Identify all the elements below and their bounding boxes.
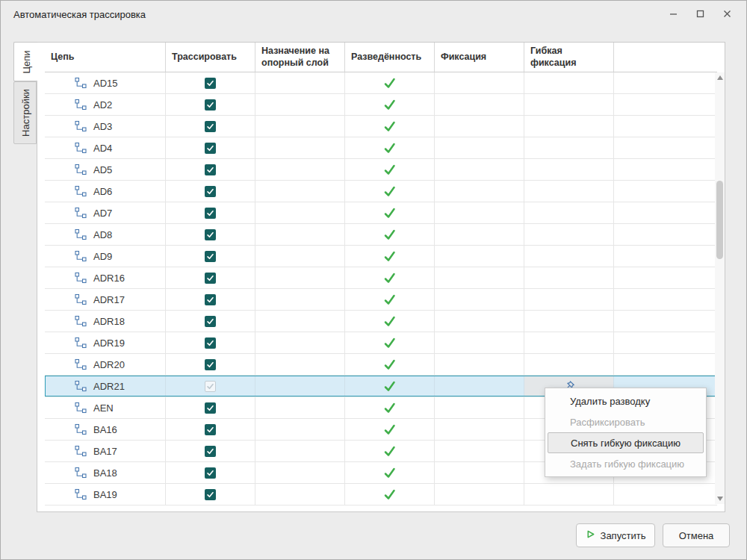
net-cell[interactable]: ADR17 <box>45 289 166 310</box>
column-header-routed[interactable]: Разведённость <box>345 43 435 72</box>
tab-nets[interactable]: Цепи <box>13 42 37 81</box>
route-cell[interactable] <box>166 289 255 310</box>
fixation-cell[interactable] <box>435 159 524 180</box>
routed-cell[interactable] <box>345 116 435 137</box>
column-header-flexible-fixation[interactable]: Гибкая фиксация <box>524 43 614 72</box>
menu-item-delete-routing[interactable]: Удалить разводку <box>548 391 704 411</box>
fixation-cell[interactable] <box>435 224 524 245</box>
reference-layer-cell[interactable] <box>255 202 345 223</box>
fixation-cell[interactable] <box>435 202 524 223</box>
route-checkbox[interactable] <box>205 208 216 219</box>
routed-cell[interactable] <box>345 267 435 288</box>
reference-layer-cell[interactable] <box>255 181 345 202</box>
column-header-net[interactable]: Цепь <box>45 43 166 72</box>
route-checkbox[interactable] <box>205 359 216 370</box>
routed-cell[interactable] <box>345 246 435 267</box>
reference-layer-cell[interactable] <box>255 376 345 396</box>
table-row[interactable]: ADR16 <box>45 267 717 289</box>
route-checkbox[interactable] <box>205 78 216 89</box>
route-checkbox[interactable] <box>205 121 216 132</box>
table-row[interactable]: BA19 <box>45 484 717 505</box>
extra-cell[interactable] <box>614 332 717 353</box>
net-cell[interactable]: AD7 <box>45 202 166 223</box>
route-checkbox[interactable] <box>205 381 216 392</box>
net-cell[interactable]: BA17 <box>45 441 166 461</box>
table-row[interactable]: AD5 <box>45 159 717 181</box>
route-checkbox[interactable] <box>205 316 216 327</box>
extra-cell[interactable] <box>614 484 717 505</box>
extra-cell[interactable] <box>614 311 717 332</box>
route-checkbox[interactable] <box>205 229 216 240</box>
fixation-cell[interactable] <box>435 462 524 483</box>
vertical-scrollbar[interactable] <box>715 72 725 504</box>
reference-layer-cell[interactable] <box>255 354 345 375</box>
reference-layer-cell[interactable] <box>255 484 345 505</box>
extra-cell[interactable] <box>614 94 717 115</box>
run-button[interactable]: Запустить <box>576 523 655 547</box>
reference-layer-cell[interactable] <box>255 441 345 461</box>
routed-cell[interactable] <box>345 311 435 332</box>
route-cell[interactable] <box>166 94 255 115</box>
scroll-down-arrow-icon[interactable] <box>717 497 723 501</box>
fixation-cell[interactable] <box>435 354 524 375</box>
reference-layer-cell[interactable] <box>255 311 345 332</box>
minimize-button[interactable] <box>660 4 686 25</box>
fixation-cell[interactable] <box>435 376 524 396</box>
route-cell[interactable] <box>166 116 255 137</box>
fixation-cell[interactable] <box>435 441 524 461</box>
table-row[interactable]: ADR20 <box>45 354 717 376</box>
route-checkbox[interactable] <box>205 294 216 305</box>
extra-cell[interactable] <box>614 246 717 267</box>
route-cell[interactable] <box>166 311 255 332</box>
route-cell[interactable] <box>166 419 255 440</box>
net-cell[interactable]: AEN <box>45 397 166 418</box>
route-cell[interactable] <box>166 202 255 223</box>
reference-layer-cell[interactable] <box>255 419 345 440</box>
extra-cell[interactable] <box>614 116 717 137</box>
cancel-button[interactable]: Отмена <box>663 523 730 547</box>
fixation-cell[interactable] <box>435 311 524 332</box>
routed-cell[interactable] <box>345 354 435 375</box>
extra-cell[interactable] <box>614 267 717 288</box>
column-header-route[interactable]: Трассировать <box>166 43 255 72</box>
routed-cell[interactable] <box>345 484 435 505</box>
net-cell[interactable]: AD6 <box>45 181 166 202</box>
net-cell[interactable]: AD5 <box>45 159 166 180</box>
reference-layer-cell[interactable] <box>255 116 345 137</box>
fixation-cell[interactable] <box>435 397 524 418</box>
net-cell[interactable]: BA19 <box>45 484 166 505</box>
table-row[interactable]: AD9 <box>45 246 717 267</box>
route-checkbox[interactable] <box>205 467 216 479</box>
net-cell[interactable]: ADR18 <box>45 311 166 332</box>
routed-cell[interactable] <box>345 462 435 483</box>
column-header-reference-layer[interactable]: Назначение на опорный слой <box>255 43 345 72</box>
net-cell[interactable]: BA18 <box>45 462 166 483</box>
table-row[interactable]: AD15 <box>45 72 717 94</box>
fixation-cell[interactable] <box>435 246 524 267</box>
flexible-fixation-cell[interactable] <box>524 72 614 93</box>
flexible-fixation-cell[interactable] <box>524 181 614 202</box>
fixation-cell[interactable] <box>435 94 524 115</box>
net-cell[interactable]: ADR21 <box>45 376 166 396</box>
scroll-up-arrow-icon[interactable] <box>717 75 723 80</box>
routed-cell[interactable] <box>345 397 435 418</box>
flexible-fixation-cell[interactable] <box>524 116 614 137</box>
extra-cell[interactable] <box>614 72 717 93</box>
net-cell[interactable]: AD9 <box>45 246 166 267</box>
reference-layer-cell[interactable] <box>255 72 345 93</box>
routed-cell[interactable] <box>345 159 435 180</box>
route-checkbox[interactable] <box>205 402 216 414</box>
route-checkbox[interactable] <box>205 164 216 175</box>
extra-cell[interactable] <box>614 137 717 158</box>
fixation-cell[interactable] <box>435 116 524 137</box>
fixation-cell[interactable] <box>435 332 524 353</box>
table-row[interactable]: AD8 <box>45 224 717 246</box>
flexible-fixation-cell[interactable] <box>524 137 614 158</box>
reference-layer-cell[interactable] <box>255 137 345 158</box>
net-cell[interactable]: AD3 <box>45 116 166 137</box>
table-row[interactable]: ADR19 <box>45 332 717 354</box>
reference-layer-cell[interactable] <box>255 94 345 115</box>
route-checkbox[interactable] <box>205 143 216 154</box>
flexible-fixation-cell[interactable] <box>524 289 614 310</box>
route-cell[interactable] <box>166 332 255 353</box>
